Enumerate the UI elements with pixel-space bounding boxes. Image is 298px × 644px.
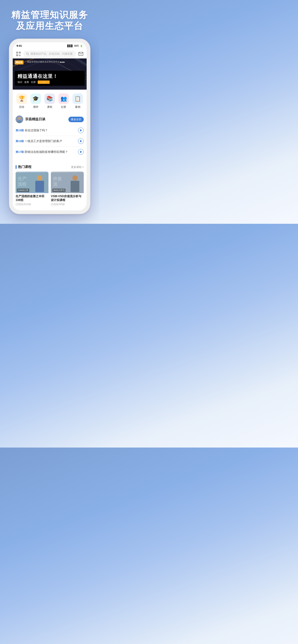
- course-thumbnail: 生产 流程 21643人学: [16, 172, 49, 193]
- category-community[interactable]: 👥 社群: [58, 94, 69, 109]
- banner-arrow[interactable]: →: [38, 80, 50, 84]
- course-meta: 已完结/共5讲: [51, 203, 84, 206]
- play-button[interactable]: [78, 149, 84, 155]
- hero-section: 精益管理知识服务 及应用生态平台: [0, 0, 99, 36]
- banner-tag2: 改善: [24, 80, 29, 84]
- play-triangle-icon: [80, 151, 82, 153]
- hot-bar-decoration: [16, 165, 17, 169]
- podcast-header: 宗昌精益日谈 播放全部: [16, 116, 84, 123]
- hot-courses-title: 热门课程: [18, 165, 32, 169]
- episode-number: 第19期: [16, 129, 24, 132]
- course-meta: 已完结/共12讲: [16, 203, 49, 206]
- hot-title-row: 热门课程: [16, 165, 32, 169]
- svg-text:价值: 价值: [53, 176, 62, 181]
- course-info: VSM-VSD价值流分析与设计实课程 已完结/共5讲: [51, 193, 84, 206]
- case-label: 案例: [75, 105, 80, 109]
- svg-rect-29: [71, 181, 79, 192]
- svg-point-6: [26, 53, 28, 54]
- course-learners: 21643人学: [17, 188, 29, 192]
- scan-icon[interactable]: [16, 51, 21, 57]
- more-courses-link[interactable]: 更多课程 >: [71, 165, 84, 169]
- course-card[interactable]: 价值 流 3643人学习 VSM-VSD价值流分析与设计实课程 已完结/共5讲: [51, 172, 84, 206]
- hot-courses-header: 热门课程 更多课程 >: [16, 165, 84, 169]
- course-label: 课程: [47, 105, 52, 109]
- svg-rect-0: [17, 52, 18, 53]
- courses-grid: 生产 流程 21643人学 生产流程的改善之丰田108招 已完结/共12讲: [16, 172, 84, 206]
- category-activity[interactable]: 🏆 活动: [16, 94, 27, 109]
- course-learners: 3643人学习: [52, 188, 66, 192]
- phone-frame: 9:41 ▋▋▋ WiFi 🔋: [9, 38, 90, 214]
- search-icon: [26, 52, 29, 55]
- play-triangle-icon: [80, 140, 82, 142]
- search-input[interactable]: 搜索知识产品、沙龙活动、问题答案: [23, 50, 76, 57]
- assessment-icon: 🎓: [31, 94, 41, 104]
- phone-screen: 9:41 ▋▋▋ WiFi 🔋: [13, 42, 87, 210]
- banner-title: 精益通通在这里！: [18, 73, 82, 80]
- podcast-avatar: [16, 116, 23, 123]
- category-case[interactable]: 📋 案例: [72, 94, 83, 109]
- podcast-title: 宗昌精益日谈: [25, 117, 45, 122]
- svg-text:流: 流: [53, 182, 58, 187]
- course-icon: 📚: [44, 94, 55, 104]
- banner-tag3: 社群: [31, 80, 36, 84]
- course-info: 生产流程的改善之丰田108招 已完结/共12讲: [16, 193, 49, 206]
- signal-icon: ▋▋▋: [67, 44, 73, 47]
- svg-rect-24: [35, 181, 44, 192]
- podcast-title-area: 宗昌精益日谈: [16, 116, 45, 123]
- svg-rect-1: [19, 52, 20, 53]
- banner[interactable]: 精益通 精益管理知识服务及应用生态平台 ▶▶▶ 精益通通在这里！ 知识 改善 社…: [13, 58, 87, 90]
- svg-text:流程: 流程: [18, 182, 27, 187]
- banner-main-box: 精益通通在这里！ 知识 改善 社群 →: [15, 71, 85, 86]
- category-assessment[interactable]: 🎓 测评: [31, 94, 41, 109]
- banner-tag: 精益通: [15, 60, 24, 64]
- community-icon: 👥: [58, 94, 69, 104]
- course-card[interactable]: 生产 流程 21643人学 生产流程的改善之丰田108招 已完结/共12讲: [16, 172, 49, 206]
- episode-item[interactable]: 第18期 一线员工才是管理部门的客户: [16, 136, 84, 146]
- banner-subtitle: 精益管理知识服务及应用生态平台 ▶▶▶: [27, 60, 65, 64]
- episode-title: 一线员工才是管理部门的客户: [25, 139, 78, 143]
- search-bar: 搜索知识产品、沙龙活动、问题答案: [13, 49, 87, 58]
- course-thumbnail: 价值 流 3643人学习: [51, 172, 84, 193]
- community-label: 社群: [61, 105, 66, 109]
- status-icons: ▋▋▋ WiFi 🔋: [67, 44, 83, 47]
- banner-tags-row: 知识 改善 社群 →: [18, 80, 82, 84]
- play-triangle-icon: [80, 129, 82, 132]
- episode-number: 第18期: [16, 140, 24, 143]
- episode-list: 第19期 你去过现场了吗？ 第18期 一线员工才是管理部门的客户: [16, 125, 84, 157]
- banner-tag1: 知识: [18, 80, 22, 84]
- case-icon: 📋: [72, 94, 83, 104]
- battery-icon: 🔋: [80, 44, 83, 47]
- episode-item[interactable]: 第19期 你去过现场了吗？: [16, 125, 84, 136]
- svg-point-23: [37, 176, 43, 181]
- course-name: VSM-VSD价值流分析与设计实课程: [51, 194, 84, 202]
- svg-text:生产: 生产: [18, 176, 27, 181]
- svg-point-28: [72, 176, 78, 181]
- svg-rect-8: [79, 52, 83, 56]
- podcast-section: 宗昌精益日谈 播放全部 第19期 你去过现场了吗？ 第18期 一线员工才是管理: [13, 112, 87, 160]
- episode-title: 防错法在机场防疫有哪些应用呢？: [25, 150, 78, 154]
- mail-icon[interactable]: [78, 51, 84, 57]
- assessment-label: 测评: [33, 105, 38, 109]
- play-button[interactable]: [78, 128, 84, 133]
- episode-title: 你去过现场了吗？: [25, 128, 78, 132]
- hero-title: 精益管理知识服务 及应用生态平台: [5, 10, 95, 32]
- status-time: 9:41: [17, 44, 22, 47]
- course-name: 生产流程的改善之丰田108招: [16, 194, 49, 202]
- categories-section: 🏆 活动 🎓 测评 📚 课程 👥 社群 📋 案例: [13, 90, 87, 111]
- svg-line-7: [28, 54, 29, 55]
- episode-item[interactable]: 第17期 防错法在机场防疫有哪些应用呢？: [16, 146, 84, 157]
- wifi-icon: WiFi: [74, 44, 79, 47]
- hot-courses-section: 热门课程 更多课程 > 生产 流程: [13, 162, 87, 210]
- svg-point-18: [18, 117, 21, 120]
- svg-rect-2: [17, 54, 18, 56]
- play-button[interactable]: [78, 138, 84, 144]
- phone-mockup: 9:41 ▋▋▋ WiFi 🔋: [0, 36, 99, 224]
- category-course[interactable]: 📚 课程: [44, 94, 55, 109]
- status-bar: 9:41 ▋▋▋ WiFi 🔋: [13, 42, 87, 49]
- play-all-button[interactable]: 播放全部: [68, 117, 84, 122]
- activity-label: 活动: [19, 105, 24, 109]
- activity-icon: 🏆: [16, 94, 27, 104]
- episode-number: 第17期: [16, 150, 24, 154]
